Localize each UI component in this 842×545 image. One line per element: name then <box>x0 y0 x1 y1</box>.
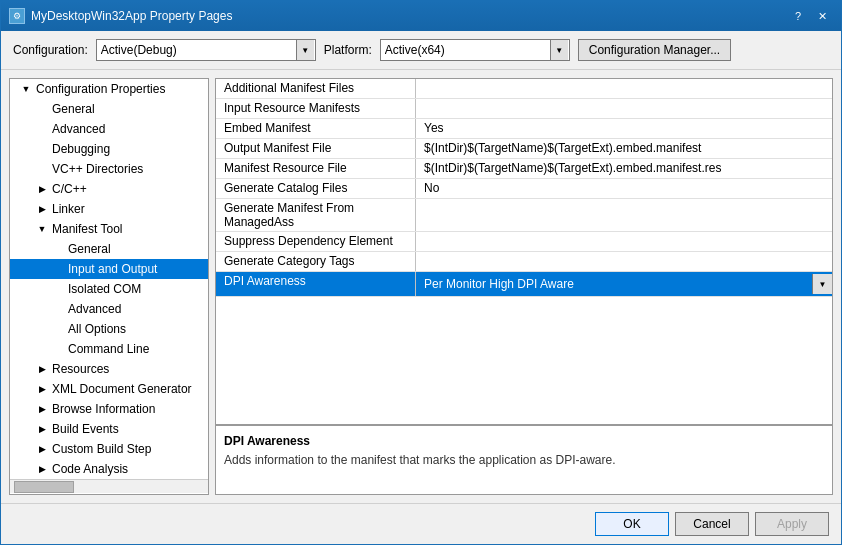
tree-item-code-analysis[interactable]: ▶ Code Analysis <box>10 459 208 479</box>
expand-icon-all-options <box>50 321 66 337</box>
expand-icon-isolated-com <box>50 281 66 297</box>
expand-icon-mt-general <box>50 241 66 257</box>
prop-name-manifest-resource: Manifest Resource File <box>216 159 416 178</box>
prop-value-suppress-dependency <box>416 232 832 251</box>
tree-item-browse-info[interactable]: ▶ Browse Information <box>10 399 208 419</box>
tree-item-resources[interactable]: ▶ Resources <box>10 359 208 379</box>
tree-item-input-output[interactable]: Input and Output <box>10 259 208 279</box>
window-title: MyDesktopWin32App Property Pages <box>31 9 232 23</box>
expand-icon-code-analysis: ▶ <box>34 461 50 477</box>
expand-icon-config-props: ▼ <box>18 81 34 97</box>
tree-item-xml-doc[interactable]: ▶ XML Document Generator <box>10 379 208 399</box>
help-button[interactable]: ? <box>787 6 809 26</box>
cancel-button[interactable]: Cancel <box>675 512 749 536</box>
prop-name-generate-category: Generate Category Tags <box>216 252 416 271</box>
tree-item-advanced-1[interactable]: Advanced <box>10 119 208 139</box>
prop-name-dpi-awareness: DPI Awareness <box>216 272 416 296</box>
prop-row-manifest-resource[interactable]: Manifest Resource File $(IntDir)$(Target… <box>216 159 832 179</box>
tree-label-debugging: Debugging <box>50 142 110 156</box>
prop-name-input-resource: Input Resource Manifests <box>216 99 416 118</box>
tree-label-code-analysis: Code Analysis <box>50 462 128 476</box>
close-button[interactable]: ✕ <box>811 6 833 26</box>
expand-icon-custom-build: ▶ <box>34 441 50 457</box>
prop-row-dpi-awareness[interactable]: DPI Awareness Per Monitor High DPI Aware… <box>216 272 832 297</box>
description-panel: DPI Awareness Adds information to the ma… <box>216 424 832 494</box>
tree-label-custom-build: Custom Build Step <box>50 442 151 456</box>
ok-button[interactable]: OK <box>595 512 669 536</box>
dpi-awareness-dropdown-button[interactable]: ▼ <box>812 274 832 294</box>
tree-item-manifest-tool[interactable]: ▼ Manifest Tool <box>10 219 208 239</box>
expand-icon-browse-info: ▶ <box>34 401 50 417</box>
tree-item-build-events[interactable]: ▶ Build Events <box>10 419 208 439</box>
prop-row-generate-category[interactable]: Generate Category Tags <box>216 252 832 272</box>
config-select[interactable]: Active(Debug) <box>96 39 316 61</box>
tree-label-advanced-2: Advanced <box>66 302 121 316</box>
app-icon: ⚙ <box>9 8 25 24</box>
config-manager-button[interactable]: Configuration Manager... <box>578 39 731 61</box>
expand-icon-linker: ▶ <box>34 201 50 217</box>
config-bar: Configuration: Active(Debug) ▼ Platform:… <box>1 31 841 70</box>
tree-scrollbar[interactable] <box>10 479 208 493</box>
tree-label-command-line: Command Line <box>66 342 149 356</box>
expand-icon-resources: ▶ <box>34 361 50 377</box>
tree-item-advanced-2[interactable]: Advanced <box>10 299 208 319</box>
tree-label-cpp: C/C++ <box>50 182 87 196</box>
tree-label-vc-dirs: VC++ Directories <box>50 162 143 176</box>
tree-item-mt-general[interactable]: General <box>10 239 208 259</box>
prop-value-manifest-resource: $(IntDir)$(TargetName)$(TargetExt).embed… <box>416 159 832 178</box>
title-bar-left: ⚙ MyDesktopWin32App Property Pages <box>9 8 232 24</box>
prop-row-embed-manifest[interactable]: Embed Manifest Yes <box>216 119 832 139</box>
description-text: Adds information to the manifest that ma… <box>224 452 824 469</box>
tree-item-config-props[interactable]: ▼ Configuration Properties <box>10 79 208 99</box>
tree-label-general: General <box>50 102 95 116</box>
description-title: DPI Awareness <box>224 434 824 448</box>
tree-label-browse-info: Browse Information <box>50 402 155 416</box>
left-panel: ▼ Configuration Properties General Advan… <box>9 78 209 495</box>
right-panel: Additional Manifest Files Input Resource… <box>215 78 833 495</box>
tree-item-all-options[interactable]: All Options <box>10 319 208 339</box>
prop-row-output-manifest[interactable]: Output Manifest File $(IntDir)$(TargetNa… <box>216 139 832 159</box>
prop-row-suppress-dependency[interactable]: Suppress Dependency Element <box>216 232 832 252</box>
props-spacer <box>216 297 832 397</box>
tree-item-custom-build[interactable]: ▶ Custom Build Step <box>10 439 208 459</box>
prop-row-input-resource[interactable]: Input Resource Manifests <box>216 99 832 119</box>
prop-name-generate-catalog: Generate Catalog Files <box>216 179 416 198</box>
config-select-wrapper: Active(Debug) ▼ <box>96 39 316 61</box>
tree-item-cpp[interactable]: ▶ C/C++ <box>10 179 208 199</box>
prop-value-dpi-awareness-container: Per Monitor High DPI Aware ▼ <box>416 272 832 296</box>
tree-label-all-options: All Options <box>66 322 126 336</box>
prop-row-additional-manifest[interactable]: Additional Manifest Files <box>216 79 832 99</box>
expand-icon-build-events: ▶ <box>34 421 50 437</box>
prop-row-generate-catalog[interactable]: Generate Catalog Files No <box>216 179 832 199</box>
tree-label-manifest-tool: Manifest Tool <box>50 222 122 236</box>
expand-icon-command-line <box>50 341 66 357</box>
tree-item-isolated-com[interactable]: Isolated COM <box>10 279 208 299</box>
platform-select[interactable]: Active(x64) <box>380 39 570 61</box>
prop-name-embed-manifest: Embed Manifest <box>216 119 416 138</box>
prop-value-generate-catalog: No <box>416 179 832 198</box>
tree-label-xml-doc: XML Document Generator <box>50 382 192 396</box>
tree-label-mt-general: General <box>66 242 111 256</box>
config-label: Configuration: <box>13 43 88 57</box>
prop-name-output-manifest: Output Manifest File <box>216 139 416 158</box>
tree-item-general[interactable]: General <box>10 99 208 119</box>
tree-item-linker[interactable]: ▶ Linker <box>10 199 208 219</box>
expand-icon-advanced-1 <box>34 121 50 137</box>
expand-icon-input-output <box>50 261 66 277</box>
prop-value-dpi-awareness-text: Per Monitor High DPI Aware <box>424 277 574 291</box>
tree-label-isolated-com: Isolated COM <box>66 282 141 296</box>
tree-item-vc-dirs[interactable]: VC++ Directories <box>10 159 208 179</box>
properties-grid[interactable]: Additional Manifest Files Input Resource… <box>216 79 832 424</box>
expand-icon-cpp: ▶ <box>34 181 50 197</box>
expand-icon-advanced-2 <box>50 301 66 317</box>
title-controls: ? ✕ <box>787 6 833 26</box>
apply-button[interactable]: Apply <box>755 512 829 536</box>
tree-label-linker: Linker <box>50 202 85 216</box>
prop-name-suppress-dependency: Suppress Dependency Element <box>216 232 416 251</box>
prop-value-additional-manifest <box>416 79 832 98</box>
tree-item-debugging[interactable]: Debugging <box>10 139 208 159</box>
expand-icon-vc-dirs <box>34 161 50 177</box>
tree-item-command-line[interactable]: Command Line <box>10 339 208 359</box>
prop-row-generate-manifest[interactable]: Generate Manifest From ManagedAss <box>216 199 832 232</box>
prop-name-additional-manifest: Additional Manifest Files <box>216 79 416 98</box>
